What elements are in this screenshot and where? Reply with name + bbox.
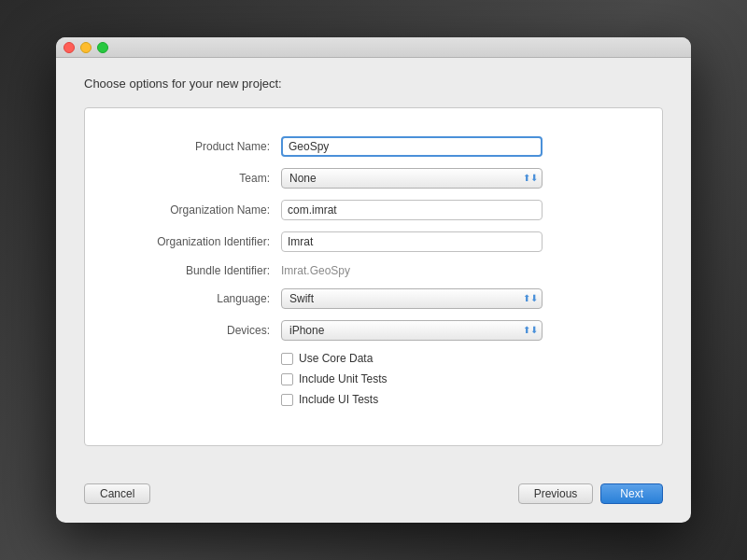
include-unit-tests-label: Include Unit Tests	[299, 372, 388, 385]
titlebar-controls	[63, 42, 108, 53]
include-ui-tests-checkbox[interactable]	[281, 394, 293, 406]
devices-select-wrapper: iPhone iPad Universal ⬆⬇	[281, 320, 543, 341]
checkboxes-control: Use Core Data Include Unit Tests Include…	[281, 352, 643, 406]
minimize-button[interactable]	[80, 42, 92, 53]
language-select-wrapper: Swift Objective-C ⬆⬇	[281, 288, 543, 309]
product-name-row: Product Name:	[104, 136, 643, 157]
include-ui-tests-label: Include UI Tests	[299, 393, 378, 406]
bundle-id-label: Bundle Identifier:	[104, 264, 281, 277]
devices-label: Devices:	[104, 324, 281, 337]
include-unit-tests-row: Include Unit Tests	[281, 372, 643, 385]
maximize-button[interactable]	[97, 42, 108, 53]
org-name-input[interactable]	[281, 200, 543, 220]
use-core-data-row: Use Core Data	[281, 352, 643, 365]
previous-button[interactable]: Previous	[518, 483, 594, 504]
product-name-control	[281, 136, 643, 157]
product-name-label: Product Name:	[104, 140, 281, 153]
cancel-button[interactable]: Cancel	[84, 483, 150, 504]
checkboxes-group: Use Core Data Include Unit Tests Include…	[281, 352, 643, 406]
checkboxes-row: Use Core Data Include Unit Tests Include…	[104, 352, 643, 406]
org-identifier-control	[281, 231, 643, 252]
close-button[interactable]	[63, 42, 75, 53]
team-control: None Add an Account... ⬆⬇	[281, 168, 643, 189]
team-row: Team: None Add an Account... ⬆⬇	[104, 168, 643, 189]
org-name-control	[281, 200, 643, 220]
use-core-data-label: Use Core Data	[299, 352, 373, 365]
devices-control: iPhone iPad Universal ⬆⬇	[281, 320, 643, 341]
dialog-title: Choose options for your new project:	[84, 77, 663, 91]
bundle-id-value: Imrat.GeoSpy	[281, 264, 350, 277]
org-identifier-row: Organization Identifier:	[104, 231, 643, 252]
language-label: Language:	[104, 292, 281, 305]
include-ui-tests-row: Include UI Tests	[281, 393, 643, 406]
next-button[interactable]: Next	[600, 483, 663, 504]
language-select[interactable]: Swift Objective-C	[281, 288, 543, 309]
team-select[interactable]: None Add an Account...	[281, 168, 543, 189]
team-select-wrapper: None Add an Account... ⬆⬇	[281, 168, 543, 189]
org-identifier-label: Organization Identifier:	[104, 235, 281, 248]
footer-right-buttons: Previous Next	[518, 483, 663, 504]
product-name-input[interactable]	[281, 136, 543, 157]
dialog-body: Choose options for your new project: Pro…	[56, 58, 691, 483]
dialog-titlebar	[56, 37, 691, 58]
form-panel: Product Name: Team: None Add an Account.…	[84, 107, 663, 446]
bundle-id-row: Bundle Identifier: Imrat.GeoSpy	[104, 263, 643, 277]
team-label: Team:	[104, 172, 281, 185]
language-row: Language: Swift Objective-C ⬆⬇	[104, 288, 643, 309]
dialog-footer: Cancel Previous Next	[56, 483, 691, 523]
org-name-row: Organization Name:	[104, 200, 643, 220]
use-core-data-checkbox[interactable]	[281, 353, 293, 365]
include-unit-tests-checkbox[interactable]	[281, 373, 293, 385]
devices-select[interactable]: iPhone iPad Universal	[281, 320, 543, 341]
devices-row: Devices: iPhone iPad Universal ⬆⬇	[104, 320, 643, 341]
language-control: Swift Objective-C ⬆⬇	[281, 288, 643, 309]
org-name-label: Organization Name:	[104, 203, 281, 217]
org-identifier-input[interactable]	[281, 231, 543, 252]
bundle-id-control: Imrat.GeoSpy	[281, 263, 643, 277]
new-project-dialog: Choose options for your new project: Pro…	[56, 37, 691, 523]
